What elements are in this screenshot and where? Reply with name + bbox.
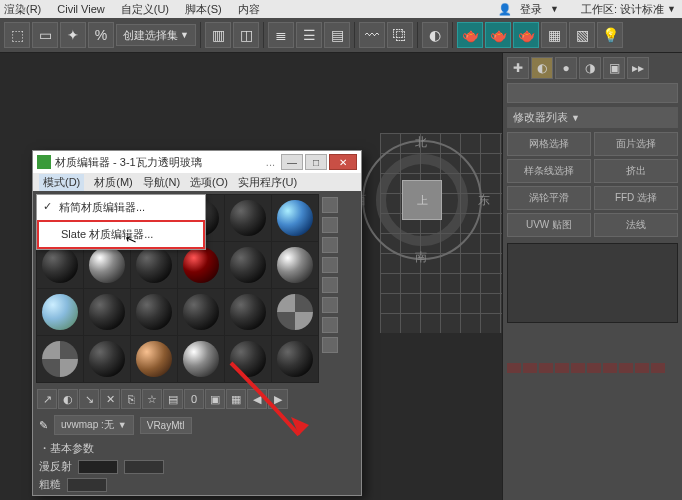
curve-editor-icon[interactable]: 〰 (359, 22, 385, 48)
menu-custom[interactable]: 自定义(U) (121, 2, 169, 17)
viewcube-south[interactable]: 南 (415, 249, 427, 266)
view-cube[interactable]: 上 北 东 南 西 (362, 140, 482, 260)
copy-icon[interactable]: ⎘ (121, 389, 141, 409)
sample-slot[interactable] (225, 336, 271, 382)
tab-hierarchy[interactable]: ● (555, 57, 577, 79)
window-titlebar[interactable]: 材质编辑器 - 3-1瓦力透明玻璃 ... — □ ✕ (33, 151, 361, 173)
get-material-icon[interactable]: ↗ (37, 389, 57, 409)
sample-slot[interactable] (272, 242, 318, 288)
modifier-stack[interactable] (507, 243, 678, 323)
tab-utilities[interactable]: ▸▸ (627, 57, 649, 79)
align-icon[interactable]: ◫ (233, 22, 259, 48)
diffuse-swatch[interactable] (78, 460, 118, 474)
options-icon[interactable] (322, 317, 338, 333)
menu-civil[interactable]: Civil View (57, 3, 104, 15)
render-setup-icon[interactable]: 🫖 (457, 22, 483, 48)
mod-btn[interactable]: UVW 贴图 (507, 213, 591, 237)
workspace-value[interactable]: 设计标准 (620, 2, 664, 17)
preview-icon[interactable] (322, 297, 338, 313)
mirror-icon[interactable]: ▥ (205, 22, 231, 48)
sample-slot[interactable] (272, 336, 318, 382)
maximize-button[interactable]: □ (305, 154, 327, 170)
sample-slot[interactable] (84, 289, 130, 335)
sample-slot[interactable] (37, 336, 83, 382)
minimize-button[interactable]: — (281, 154, 303, 170)
tab-modify[interactable]: ◐ (531, 57, 553, 79)
chevron-down-icon[interactable]: ▼ (667, 4, 676, 14)
render-icon[interactable]: 🫖 (513, 22, 539, 48)
tab-display[interactable]: ▣ (603, 57, 625, 79)
tool-btn[interactable]: % (88, 22, 114, 48)
sample-slot[interactable] (84, 336, 130, 382)
eyedropper-icon[interactable]: ✎ (39, 419, 48, 432)
schematic-icon[interactable]: ⿻ (387, 22, 413, 48)
menu-navigate[interactable]: 导航(N) (143, 175, 180, 190)
sample-slot[interactable] (225, 242, 271, 288)
layers-icon[interactable]: ≣ (268, 22, 294, 48)
select-by-mat-icon[interactable] (322, 337, 338, 353)
menu-content[interactable]: 内容 (238, 2, 260, 17)
menu-mode[interactable]: 模式(D) (39, 174, 84, 191)
show-end-icon[interactable]: ▦ (226, 389, 246, 409)
close-button[interactable]: ✕ (329, 154, 357, 170)
go-sibling-icon[interactable]: ▶ (268, 389, 288, 409)
tab-motion[interactable]: ◑ (579, 57, 601, 79)
material-name-combo[interactable]: uvwmap :无▼ (54, 415, 134, 435)
tool-btn[interactable]: ⬚ (4, 22, 30, 48)
sample-slot[interactable] (131, 336, 177, 382)
tool-btn[interactable]: ▧ (569, 22, 595, 48)
mod-btn[interactable]: 涡轮平滑 (507, 186, 591, 210)
menu-material[interactable]: 材质(M) (94, 175, 133, 190)
mod-btn[interactable]: 挤出 (594, 159, 678, 183)
mod-btn[interactable]: FFD 选择 (594, 186, 678, 210)
light-icon[interactable]: 💡 (597, 22, 623, 48)
selection-set-combo[interactable]: 创建选择集▼ (116, 24, 196, 46)
mod-btn[interactable]: 样条线选择 (507, 159, 591, 183)
go-parent-icon[interactable]: ◀ (247, 389, 267, 409)
viewcube-east[interactable]: 东 (478, 192, 490, 209)
viewcube-north[interactable]: 北 (415, 134, 427, 151)
mod-btn[interactable]: 面片选择 (594, 132, 678, 156)
modifier-list-header[interactable]: 修改器列表 ▼ (507, 107, 678, 128)
menu-options[interactable]: 选项(O) (190, 175, 228, 190)
sample-slot[interactable] (225, 289, 271, 335)
sample-slot[interactable] (272, 289, 318, 335)
mod-btn[interactable]: 法线 (594, 213, 678, 237)
tool-btn[interactable]: ▦ (541, 22, 567, 48)
background-icon[interactable] (322, 237, 338, 253)
material-editor-icon[interactable]: ◐ (422, 22, 448, 48)
make-unique-icon[interactable]: ☆ (142, 389, 162, 409)
roughness-spinner[interactable] (67, 478, 107, 492)
layers-icon[interactable]: ▤ (324, 22, 350, 48)
rollout-header[interactable]: ・基本参数 (39, 441, 355, 456)
tab-create[interactable]: ✚ (507, 57, 529, 79)
sample-slot[interactable] (225, 195, 271, 241)
sample-slot[interactable] (272, 195, 318, 241)
mat-id-icon[interactable]: 0 (184, 389, 204, 409)
sample-type-icon[interactable] (322, 197, 338, 213)
diffuse-spinner[interactable] (124, 460, 164, 474)
object-name-field[interactable] (507, 83, 678, 103)
menu-render[interactable]: 渲染(R) (4, 2, 41, 17)
viewcube-face[interactable]: 上 (402, 180, 442, 220)
show-in-vp-icon[interactable]: ▣ (205, 389, 225, 409)
put-to-lib-icon[interactable]: ▤ (163, 389, 183, 409)
menu-compact-editor[interactable]: 精简材质编辑器... (37, 195, 205, 220)
render-frame-icon[interactable]: 🫖 (485, 22, 511, 48)
login-link[interactable]: 登录 (520, 2, 542, 17)
sample-slot[interactable] (178, 336, 224, 382)
layers-icon[interactable]: ☰ (296, 22, 322, 48)
menu-slate-editor[interactable]: Slate 材质编辑器... ↖ (37, 220, 205, 249)
sample-slot[interactable] (178, 289, 224, 335)
menu-utilities[interactable]: 实用程序(U) (238, 175, 297, 190)
mod-btn[interactable]: 网格选择 (507, 132, 591, 156)
backlight-icon[interactable] (322, 217, 338, 233)
video-check-icon[interactable] (322, 277, 338, 293)
tool-btn[interactable]: ▭ (32, 22, 58, 48)
reset-icon[interactable]: ✕ (100, 389, 120, 409)
menu-script[interactable]: 脚本(S) (185, 2, 222, 17)
assign-icon[interactable]: ↘ (79, 389, 99, 409)
put-to-scene-icon[interactable]: ◐ (58, 389, 78, 409)
uv-tile-icon[interactable] (322, 257, 338, 273)
sample-slot[interactable] (37, 289, 83, 335)
